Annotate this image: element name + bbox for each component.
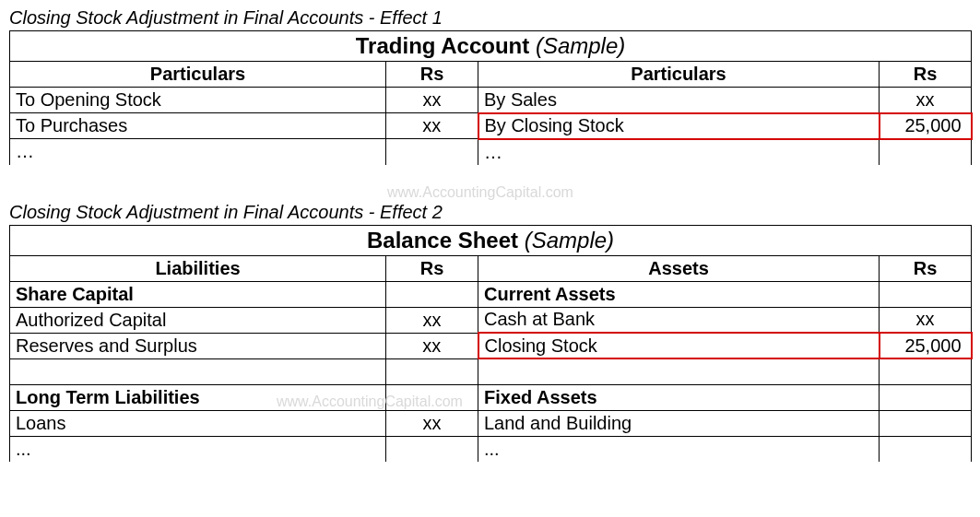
cell-desc: Authorized Capital bbox=[10, 307, 386, 333]
table-row: ... ... bbox=[10, 436, 972, 462]
cell-amt bbox=[880, 436, 972, 462]
cell-amt-highlight: 25,000 bbox=[880, 113, 972, 139]
table-row: To Opening Stock xx By Sales xx bbox=[10, 88, 972, 113]
cell-desc-bold: Long Term Liabilities bbox=[10, 384, 386, 410]
table-title-main: Trading Account bbox=[356, 33, 529, 58]
header-left-amt: Rs bbox=[386, 62, 478, 88]
cell-desc: To Opening Stock bbox=[10, 88, 386, 113]
cell-amt bbox=[386, 139, 478, 165]
table-title-row: Balance Sheet (Sample) bbox=[10, 225, 972, 255]
table-title-row: Trading Account (Sample) bbox=[10, 31, 972, 62]
cell-amt bbox=[880, 139, 972, 165]
table-row: Share Capital Current Assets bbox=[10, 281, 972, 307]
cell-amt bbox=[880, 281, 972, 307]
cell-amt bbox=[880, 384, 972, 410]
cell-desc: ... bbox=[10, 436, 386, 462]
header-left-amt: Rs bbox=[386, 255, 478, 281]
cell-amt: xx bbox=[880, 88, 972, 113]
cell-amt: xx bbox=[880, 307, 972, 333]
table-row: Reserves and Surplus xx Closing Stock 25… bbox=[10, 333, 972, 358]
cell-amt bbox=[386, 384, 478, 410]
cell-desc: ... bbox=[478, 436, 880, 462]
cell-amt bbox=[386, 358, 478, 384]
cell-desc bbox=[478, 358, 880, 384]
cell-desc bbox=[10, 358, 386, 384]
cell-desc-bold: Current Assets bbox=[478, 281, 880, 307]
cell-desc-highlight: By Closing Stock bbox=[478, 113, 880, 139]
cell-amt: xx bbox=[386, 333, 478, 358]
table-row bbox=[10, 358, 972, 384]
cell-amt: xx bbox=[386, 88, 478, 113]
cell-amt bbox=[880, 410, 972, 436]
cell-amt: xx bbox=[386, 113, 478, 139]
cell-desc-bold: Fixed Assets bbox=[478, 384, 880, 410]
cell-desc-highlight: Closing Stock bbox=[478, 333, 880, 358]
table-row: Long Term Liabilities Fixed Assets bbox=[10, 384, 972, 410]
table-header-row: Particulars Rs Particulars Rs bbox=[10, 62, 972, 88]
cell-desc: Cash at Bank bbox=[478, 307, 880, 333]
cell-desc: … bbox=[10, 139, 386, 165]
table-row: Authorized Capital xx Cash at Bank xx bbox=[10, 307, 972, 333]
header-right-amt: Rs bbox=[880, 255, 972, 281]
balance-sheet-table: Balance Sheet (Sample) Liabilities Rs As… bbox=[9, 225, 973, 463]
cell-desc: Loans bbox=[10, 410, 386, 436]
cell-amt bbox=[880, 358, 972, 384]
header-right-amt: Rs bbox=[880, 62, 972, 88]
cell-desc: Land and Building bbox=[478, 410, 880, 436]
cell-amt bbox=[386, 281, 478, 307]
cell-desc-bold: Share Capital bbox=[10, 281, 386, 307]
table-row: Loans xx Land and Building bbox=[10, 410, 972, 436]
table-title-main: Balance Sheet bbox=[367, 228, 518, 253]
cell-desc: By Sales bbox=[478, 88, 880, 113]
trading-account-table: Trading Account (Sample) Particulars Rs … bbox=[9, 30, 973, 165]
cell-amt: xx bbox=[386, 307, 478, 333]
cell-desc: To Purchases bbox=[10, 113, 386, 139]
cell-amt bbox=[386, 436, 478, 462]
header-right-desc: Assets bbox=[478, 255, 880, 281]
effect2-caption: Closing Stock Adjustment in Final Accoun… bbox=[9, 202, 971, 223]
header-right-desc: Particulars bbox=[478, 62, 880, 88]
cell-desc: … bbox=[478, 139, 880, 165]
table-row: … … bbox=[10, 139, 972, 165]
table-title-sub: (Sample) bbox=[536, 33, 625, 58]
cell-amt-highlight: 25,000 bbox=[880, 333, 972, 358]
table-header-row: Liabilities Rs Assets Rs bbox=[10, 255, 972, 281]
cell-amt: xx bbox=[386, 410, 478, 436]
effect1-caption: Closing Stock Adjustment in Final Accoun… bbox=[9, 7, 971, 29]
cell-desc: Reserves and Surplus bbox=[10, 333, 386, 358]
header-left-desc: Liabilities bbox=[10, 255, 386, 281]
header-left-desc: Particulars bbox=[10, 62, 386, 88]
table-row: To Purchases xx By Closing Stock 25,000 bbox=[10, 113, 972, 139]
table-title-sub: (Sample) bbox=[525, 228, 614, 253]
